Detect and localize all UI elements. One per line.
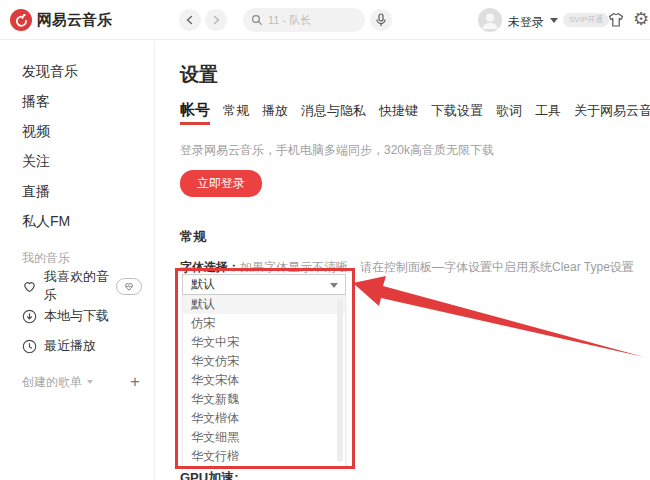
avatar[interactable] (478, 8, 502, 32)
font-option-stsong[interactable]: 华文宋体 (183, 371, 345, 390)
topbar: 网易云音乐 (0, 0, 650, 40)
font-dropdown-select[interactable]: 默认 (182, 274, 346, 295)
netease-logo-icon[interactable] (10, 9, 32, 31)
back-button[interactable] (179, 9, 201, 31)
netease-settings-window: 网易云音乐 (0, 0, 650, 480)
settings-tabs: 帐号 常规 播放 消息与隐私 快捷键 下载设置 歌词 工具 关于网易云音乐 (180, 101, 650, 125)
sidebar-item-live[interactable]: 直播 (22, 177, 154, 207)
microphone-icon (375, 13, 387, 27)
user-icon (478, 8, 502, 32)
login-tip: 登录网易云音乐，手机电脑多端同步，320k高音质无限下载 (180, 142, 650, 159)
add-playlist-button[interactable]: + (93, 372, 140, 392)
font-dropdown-list: 默认 仿宋 华文中宋 华文仿宋 华文宋体 华文新魏 华文楷体 华文细黑 华文行楷 (182, 295, 346, 467)
heart-icon (22, 279, 37, 293)
font-option-stzhongsong[interactable]: 华文中宋 (183, 333, 345, 352)
sidebar-item-podcast[interactable]: 播客 (22, 87, 154, 117)
forward-button[interactable] (205, 9, 227, 31)
sidebar: 发现音乐 播客 视频 关注 直播 私人FM 我的音乐 我喜欢的音乐 (0, 41, 155, 480)
page-title: 设置 (180, 62, 650, 88)
chevron-down-icon[interactable] (550, 18, 558, 23)
font-dropdown-value: 默认 (191, 276, 215, 293)
font-option-stkaiti[interactable]: 华文楷体 (183, 409, 345, 428)
tab-account[interactable]: 帐号 (180, 101, 210, 125)
chevron-left-icon (185, 15, 195, 25)
tab-about[interactable]: 关于网易云音乐 (574, 102, 650, 125)
tab-shortcuts[interactable]: 快捷键 (379, 102, 418, 125)
sidebar-item-discover[interactable]: 发现音乐 (22, 57, 154, 87)
theme-button[interactable] (606, 10, 626, 29)
font-option-stxihei[interactable]: 华文细黑 (183, 428, 345, 447)
app-title: 网易云音乐 (37, 11, 112, 30)
sidebar-item-recent-played[interactable]: 最近播放 (22, 331, 154, 361)
dropdown-arrow-icon (330, 283, 338, 288)
sidebar-item-follow[interactable]: 关注 (22, 147, 154, 177)
login-now-button[interactable]: 立即登录 (180, 170, 262, 197)
dropdown-scrollbar[interactable] (337, 299, 343, 462)
gear-icon[interactable]: ⚙ (633, 8, 649, 30)
tab-tools[interactable]: 工具 (535, 102, 561, 125)
font-option-stxingkai[interactable]: 华文行楷 (183, 447, 345, 466)
search-input[interactable] (268, 14, 356, 26)
shirt-icon (606, 10, 626, 29)
tab-general[interactable]: 常规 (223, 102, 249, 125)
download-icon (22, 309, 37, 324)
general-section-header: 常规 (180, 228, 650, 246)
sidebar-item-video[interactable]: 视频 (22, 117, 154, 147)
sidebar-item-local-downloads[interactable]: 本地与下载 (22, 301, 154, 331)
login-status-label[interactable]: 未登录 (508, 14, 544, 31)
heartbeat-icon (123, 281, 135, 291)
tab-messages-privacy[interactable]: 消息与隐私 (301, 102, 366, 125)
clock-icon (22, 339, 37, 354)
font-select-label: 字体选择： (180, 260, 240, 274)
search-box[interactable] (243, 8, 365, 32)
listen-recognize-button[interactable] (370, 9, 392, 31)
heart-mode-button[interactable] (116, 278, 142, 295)
created-playlists-header[interactable]: 创建的歌单 + (22, 367, 154, 397)
tab-playback[interactable]: 播放 (262, 102, 288, 125)
font-option-stxinwei[interactable]: 华文新魏 (183, 390, 345, 409)
tab-download[interactable]: 下载设置 (431, 102, 483, 125)
sidebar-item-fm[interactable]: 私人FM (22, 207, 154, 237)
font-option-fangsong[interactable]: 仿宋 (183, 314, 345, 333)
chevron-right-icon (211, 15, 221, 25)
font-option-default[interactable]: 默认 (183, 295, 345, 314)
font-option-stfangsong[interactable]: 华文仿宋 (183, 352, 345, 371)
search-icon (251, 14, 263, 26)
vip-badge[interactable]: SVIP开通 (563, 13, 609, 27)
sidebar-item-liked-music[interactable]: 我喜欢的音乐 (22, 271, 154, 301)
gpu-acceleration-label: GPU加速: (180, 469, 239, 480)
tab-lyrics[interactable]: 歌词 (496, 102, 522, 125)
font-select-note: 如果字体显示不清晰，请在控制面板—字体设置中启用系统Clear Type设置 (240, 260, 634, 274)
